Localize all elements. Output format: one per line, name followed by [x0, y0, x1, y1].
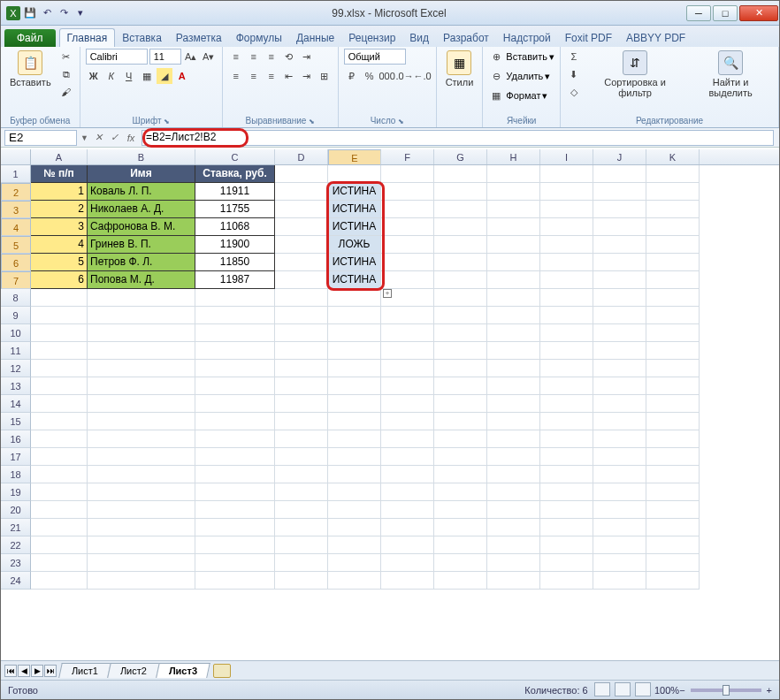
cell[interactable] — [540, 377, 593, 395]
fill-handle-icon[interactable]: ＋ — [383, 289, 392, 298]
cell[interactable] — [593, 218, 646, 236]
cell[interactable] — [381, 501, 434, 519]
cell[interactable] — [540, 360, 593, 377]
cell[interactable] — [381, 342, 434, 360]
cell[interactable] — [328, 165, 381, 183]
cell[interactable]: ИСТИНА — [328, 201, 381, 218]
page-break-view-icon[interactable] — [635, 682, 651, 696]
row-header[interactable]: 19 — [1, 483, 31, 501]
sort-filter-button[interactable]: ⇵ Сортировка и фильтр — [585, 49, 684, 100]
cell[interactable] — [195, 536, 275, 554]
col-header[interactable]: G — [434, 149, 487, 164]
cell[interactable] — [487, 360, 540, 377]
col-header[interactable]: I — [540, 149, 593, 164]
cell[interactable] — [593, 271, 646, 289]
cell[interactable] — [275, 201, 328, 218]
cell[interactable] — [275, 448, 328, 466]
cell[interactable] — [487, 201, 540, 218]
border-icon[interactable]: ▦ — [139, 68, 155, 84]
cell[interactable] — [31, 395, 88, 413]
row-header[interactable]: 4 — [1, 218, 31, 236]
cell[interactable] — [31, 466, 88, 483]
fill-color-icon[interactable]: ◢ — [157, 68, 172, 84]
save-icon[interactable]: 💾 — [23, 6, 37, 20]
cell[interactable] — [593, 165, 646, 183]
cell[interactable] — [540, 572, 593, 590]
cell[interactable] — [381, 572, 434, 590]
cell[interactable] — [195, 395, 275, 413]
cell[interactable] — [434, 519, 487, 536]
cell[interactable] — [487, 483, 540, 501]
cell[interactable] — [275, 536, 328, 554]
cell[interactable] — [381, 483, 434, 501]
cell[interactable] — [434, 572, 487, 590]
worksheet-grid[interactable]: A B C D E F G H I J K 123456789101112131… — [1, 149, 779, 660]
cell[interactable] — [487, 466, 540, 483]
cell[interactable] — [195, 466, 275, 483]
sheet-tab[interactable]: Лист2 — [107, 663, 160, 678]
cell[interactable] — [487, 572, 540, 590]
cell[interactable] — [540, 236, 593, 254]
cell[interactable] — [487, 165, 540, 183]
increase-font-icon[interactable]: A▴ — [183, 49, 199, 65]
cell[interactable] — [646, 165, 700, 183]
cell[interactable] — [434, 501, 487, 519]
col-header[interactable]: K — [646, 149, 700, 164]
cell[interactable] — [195, 501, 275, 519]
col-header[interactable]: J — [593, 149, 646, 164]
cell[interactable] — [540, 271, 593, 289]
tab-layout[interactable]: Разметка — [169, 29, 229, 47]
row-header[interactable]: 24 — [1, 572, 31, 590]
cell[interactable] — [275, 466, 328, 483]
cell[interactable] — [434, 271, 487, 289]
cell[interactable] — [593, 377, 646, 395]
cell[interactable] — [540, 342, 593, 360]
cell[interactable] — [195, 483, 275, 501]
cell[interactable] — [540, 324, 593, 342]
cell[interactable] — [328, 501, 381, 519]
merge-icon[interactable]: ⊞ — [317, 68, 333, 84]
sheet-next-icon[interactable]: ▶ — [31, 665, 43, 677]
row-header[interactable]: 1 — [1, 165, 31, 183]
align-dialog-launcher[interactable]: ⬊ — [306, 118, 314, 126]
row-header[interactable]: 10 — [1, 324, 31, 342]
cell[interactable] — [275, 165, 328, 183]
cell[interactable] — [487, 448, 540, 466]
cell[interactable] — [434, 360, 487, 377]
cell[interactable]: 11755 — [195, 201, 275, 218]
col-header[interactable]: C — [195, 149, 275, 164]
cell[interactable] — [646, 307, 700, 324]
cell[interactable] — [646, 183, 700, 201]
cell[interactable] — [540, 501, 593, 519]
cell[interactable] — [195, 554, 275, 572]
cell[interactable]: 11987 — [195, 271, 275, 289]
cell[interactable] — [275, 519, 328, 536]
cell[interactable] — [328, 430, 381, 448]
cell[interactable] — [275, 501, 328, 519]
row-header[interactable]: 21 — [1, 519, 31, 536]
cell[interactable] — [593, 324, 646, 342]
cell[interactable] — [646, 413, 700, 430]
cell[interactable] — [646, 395, 700, 413]
cell[interactable] — [275, 572, 328, 590]
cell[interactable] — [540, 183, 593, 201]
cell[interactable] — [88, 554, 195, 572]
tab-foxit[interactable]: Foxit PDF — [558, 29, 619, 47]
cell[interactable] — [381, 466, 434, 483]
underline-icon[interactable]: Ч — [121, 68, 137, 84]
cell[interactable] — [646, 236, 700, 254]
cell[interactable] — [434, 342, 487, 360]
cell[interactable]: ИСТИНА — [328, 271, 381, 289]
cell[interactable] — [487, 271, 540, 289]
cell[interactable] — [646, 448, 700, 466]
cell[interactable]: 11850 — [195, 254, 275, 271]
cell[interactable] — [328, 448, 381, 466]
autosum-icon[interactable]: Σ — [566, 49, 582, 65]
cell[interactable] — [646, 466, 700, 483]
name-box-dropdown-icon[interactable]: ▼ — [80, 133, 88, 142]
sheet-tab[interactable]: Лист1 — [58, 663, 111, 678]
cell[interactable]: Сафронова В. М. — [88, 218, 195, 236]
cell[interactable] — [328, 395, 381, 413]
cell[interactable] — [593, 413, 646, 430]
sheet-tab[interactable]: Лист3 — [156, 663, 210, 678]
